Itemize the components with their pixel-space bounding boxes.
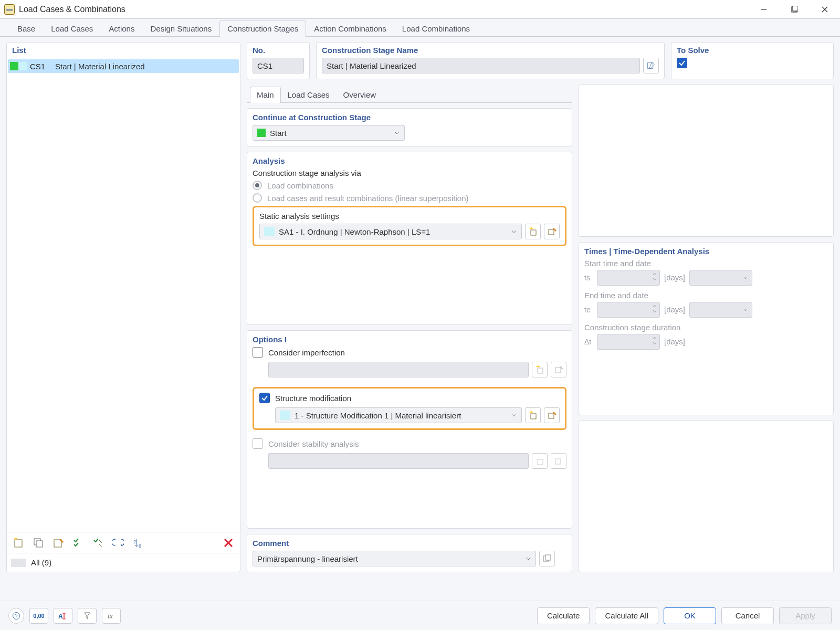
static-analysis-highlight: Static analysis settings SA1 - I. Ordnun… bbox=[253, 206, 566, 246]
structure-modification-dropdown[interactable]: 1 - Structure Modification 1 | Material … bbox=[275, 407, 522, 423]
side-placeholder-bottom bbox=[579, 421, 834, 573]
list-item-code: CS1 bbox=[30, 62, 52, 71]
cyan-swatch-icon bbox=[264, 227, 275, 236]
svg-text:A: A bbox=[58, 613, 63, 620]
maximize-button[interactable] bbox=[779, 0, 810, 19]
new-icon[interactable] bbox=[11, 536, 26, 550]
tab-base[interactable]: Base bbox=[9, 20, 43, 37]
check-all-icon[interactable] bbox=[71, 536, 86, 550]
title-bar: Load Cases & Combinations bbox=[0, 0, 840, 19]
static-analysis-dropdown[interactable]: SA1 - I. Ordnung | Newton-Raphson | LS=1 bbox=[259, 224, 522, 239]
comment-title: Comment bbox=[253, 539, 566, 548]
new-static-analysis-button[interactable] bbox=[525, 224, 541, 239]
cyan-swatch-icon bbox=[280, 411, 290, 420]
uncheck-all-icon[interactable] bbox=[91, 536, 106, 550]
no-field[interactable]: CS1 bbox=[253, 58, 304, 74]
start-time-label: Start time and date bbox=[584, 259, 828, 268]
comment-dropdown[interactable]: Primärspannung - linearisiert bbox=[253, 551, 536, 566]
radio-load-combinations[interactable] bbox=[253, 181, 262, 190]
list-item[interactable]: CS1 Start | Material Linearized bbox=[8, 59, 239, 73]
svg-rect-18 bbox=[531, 230, 536, 235]
units-decimal-button[interactable]: 0,00 bbox=[29, 608, 48, 624]
list-item-name: Start | Material Linearized bbox=[55, 62, 145, 71]
ok-button[interactable]: OK bbox=[664, 607, 716, 624]
window-title: Load Cases & Combinations bbox=[19, 5, 125, 14]
to-solve-checkbox[interactable] bbox=[677, 58, 687, 68]
svg-rect-30 bbox=[555, 459, 561, 464]
rename-button[interactable] bbox=[643, 58, 659, 74]
continue-value: Start bbox=[270, 129, 287, 138]
structure-modification-highlight: Structure modification 1 - Structure Mod… bbox=[253, 387, 566, 430]
subtab-overview[interactable]: Overview bbox=[337, 87, 383, 103]
stability-row: Consider stability analysis bbox=[253, 438, 566, 449]
cancel-button[interactable]: Cancel bbox=[721, 607, 774, 624]
formula-button[interactable]: fx bbox=[102, 608, 121, 624]
te-input bbox=[597, 302, 660, 318]
svg-rect-22 bbox=[538, 368, 543, 373]
subtab-load-cases[interactable]: Load Cases bbox=[281, 87, 337, 103]
calculate-button[interactable]: Calculate bbox=[537, 607, 590, 624]
dt-input bbox=[597, 334, 660, 350]
times-title: Times | Time-Dependent Analysis bbox=[584, 247, 828, 256]
copy-icon[interactable] bbox=[31, 536, 46, 550]
radio-load-combinations-label: Load combinations bbox=[267, 181, 333, 190]
units-symbol-button[interactable]: A bbox=[54, 608, 72, 624]
list-filter-bar[interactable]: All (9) bbox=[7, 553, 240, 572]
svg-line-10 bbox=[60, 539, 63, 542]
svg-rect-9 bbox=[54, 540, 61, 547]
static-analysis-value: SA1 - I. Ordnung | Newton-Raphson | LS=1 bbox=[279, 227, 430, 236]
filter-text: All (9) bbox=[31, 558, 51, 567]
radio-linear-superposition[interactable] bbox=[253, 193, 262, 203]
app-icon bbox=[4, 4, 15, 15]
delete-icon[interactable] bbox=[221, 536, 236, 550]
calculate-all-button[interactable]: Calculate All bbox=[595, 607, 658, 624]
imperfection-dropdown bbox=[268, 362, 529, 377]
ts-symbol: ts bbox=[584, 274, 597, 282]
edit-structure-modification-button[interactable] bbox=[544, 407, 560, 423]
svg-rect-19 bbox=[549, 229, 554, 235]
minimize-button[interactable] bbox=[749, 0, 779, 19]
renumber-icon[interactable] bbox=[111, 536, 125, 550]
list-item-swatches bbox=[10, 62, 27, 70]
tab-actions[interactable]: Actions bbox=[101, 20, 142, 37]
square-green-icon bbox=[257, 129, 266, 137]
svg-marker-25 bbox=[529, 411, 533, 413]
continue-group: Continue at Construction Stage Start bbox=[247, 108, 572, 146]
stage-name-field[interactable]: Start | Material Linearized bbox=[322, 58, 640, 74]
new-structure-modification-button[interactable] bbox=[525, 407, 541, 423]
tab-load-combinations[interactable]: Load Combinations bbox=[394, 20, 478, 37]
structure-modification-value: 1 - Structure Modification 1 | Material … bbox=[295, 411, 461, 420]
edit-imperfection-button[interactable] bbox=[551, 362, 566, 377]
subtab-main[interactable]: Main bbox=[250, 87, 281, 103]
tab-action-combinations[interactable]: Action Combinations bbox=[306, 20, 394, 37]
imperfection-label: Consider imperfection bbox=[268, 348, 345, 357]
edit-icon[interactable] bbox=[51, 536, 66, 550]
structure-modification-checkbox[interactable] bbox=[259, 393, 270, 403]
svg-rect-2 bbox=[793, 6, 798, 11]
comment-group: Comment Primärspannung - linearisiert bbox=[247, 534, 572, 572]
te-unit: [days] bbox=[664, 305, 685, 314]
stability-dropdown bbox=[268, 453, 529, 469]
ts-date-dropdown bbox=[689, 270, 752, 286]
side-placeholder-top bbox=[579, 85, 834, 237]
sort-icon[interactable]: 26 bbox=[131, 536, 145, 550]
chevron-down-icon bbox=[525, 555, 531, 562]
radio-linear-superposition-row[interactable]: Load cases and result combinations (line… bbox=[253, 193, 566, 203]
radio-load-combinations-row[interactable]: Load combinations bbox=[253, 181, 566, 190]
filter-button[interactable] bbox=[78, 608, 97, 624]
chevron-down-icon bbox=[511, 228, 517, 235]
svg-rect-16 bbox=[647, 63, 653, 69]
edit-stability-button bbox=[551, 453, 566, 469]
help-button[interactable]: ? bbox=[8, 608, 24, 624]
continue-title: Continue at Construction Stage bbox=[253, 113, 566, 122]
continue-dropdown[interactable]: Start bbox=[253, 125, 405, 141]
comment-library-button[interactable] bbox=[539, 551, 555, 566]
tab-design-situations[interactable]: Design Situations bbox=[142, 20, 219, 37]
new-imperfection-button[interactable] bbox=[532, 362, 548, 377]
imperfection-checkbox[interactable] bbox=[253, 347, 263, 358]
edit-static-analysis-button[interactable] bbox=[544, 224, 560, 239]
close-button[interactable] bbox=[810, 0, 840, 19]
tab-load-cases[interactable]: Load Cases bbox=[43, 20, 101, 37]
no-value: CS1 bbox=[257, 61, 272, 70]
tab-construction-stages[interactable]: Construction Stages bbox=[219, 20, 306, 37]
